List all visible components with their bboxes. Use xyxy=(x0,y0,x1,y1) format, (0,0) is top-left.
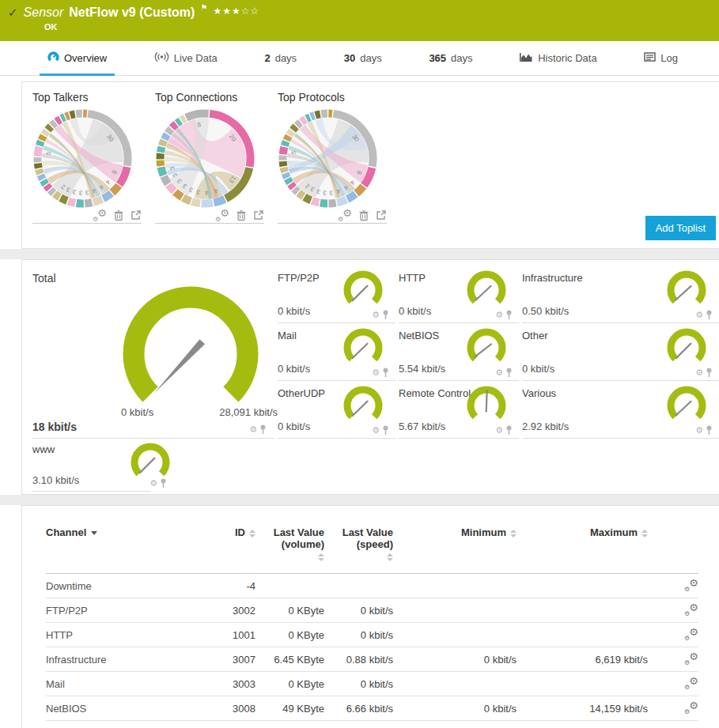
pin-icon[interactable] xyxy=(706,310,713,320)
gauge-cell-total[interactable]: Total0 kbit/s28,091 kbit/s18 kbit/s⚙ xyxy=(32,266,274,439)
gauge-settings-icon[interactable]: ⚙ xyxy=(372,426,380,435)
gauge-cell-infrastructure[interactable]: Infrastructure0.50 kbit/s⚙ xyxy=(522,266,719,323)
chord-diagram[interactable]: 8201344333333 xyxy=(155,108,255,209)
tab-days[interactable]: 30days xyxy=(336,42,390,75)
gauge-value: 5.67 kbit/s xyxy=(399,421,445,432)
column-label: Minimum xyxy=(461,526,506,538)
delete-toplist-icon[interactable] xyxy=(113,209,124,221)
gauge-settings-icon[interactable]: ⚙ xyxy=(249,425,257,434)
panel-gap xyxy=(0,249,719,259)
flag-icon[interactable]: ⚑ xyxy=(200,0,207,16)
pin-icon[interactable] xyxy=(160,478,167,488)
gauge-settings-icon[interactable]: ⚙ xyxy=(695,311,703,319)
pin-icon[interactable] xyxy=(706,368,713,378)
column-header[interactable]: Last Value(volume) xyxy=(255,526,324,574)
gauge-cell-various[interactable]: Various2.92 kbit/s⚙ xyxy=(522,381,719,439)
pin-icon[interactable] xyxy=(382,310,389,320)
channel-settings-icon[interactable]: ⚙⚙ xyxy=(684,604,698,615)
tab-number: 2 xyxy=(264,52,270,64)
table-row[interactable]: NetBIOS300849 KByte6.66 kbit/s0 kbit/s14… xyxy=(46,696,698,721)
cell: 6.66 kbit/s xyxy=(324,696,393,721)
tab-overview[interactable]: Overview xyxy=(40,42,115,75)
gauge-cell-ftp-p2p[interactable]: FTP/P2P0 kbit/s⚙ xyxy=(278,266,395,323)
sort-icon[interactable] xyxy=(249,530,255,538)
tab-historic-data[interactable]: Historic Data xyxy=(512,42,604,75)
pin-icon[interactable] xyxy=(505,368,513,378)
table-row[interactable]: Mail30030 KByte0 kbit/s⚙⚙ xyxy=(46,672,698,696)
tab-days[interactable]: 365days xyxy=(421,42,480,75)
tab-label: days xyxy=(451,52,472,64)
gauge-cell-otherudp[interactable]: OtherUDP0 kbit/s⚙ xyxy=(278,381,395,439)
toplist-top-talkers[interactable]: Top Talkers308444333325⚙⚙ xyxy=(32,91,149,224)
pin-icon[interactable] xyxy=(505,310,513,320)
sort-icon[interactable] xyxy=(318,553,324,561)
pin-icon[interactable] xyxy=(259,424,267,435)
tab-days[interactable]: 2days xyxy=(256,42,305,75)
gauge-settings-icon[interactable]: ⚙ xyxy=(495,368,503,377)
cell: 3008 xyxy=(204,696,255,721)
toplist-settings-icon[interactable]: ⚙⚙ xyxy=(338,209,352,221)
gauge-cell-www[interactable]: www3.10 kbit/s⚙ xyxy=(32,439,151,492)
sort-icon[interactable] xyxy=(510,530,517,538)
sort-icon[interactable] xyxy=(641,530,648,538)
open-toplist-icon[interactable] xyxy=(131,209,142,221)
cell: 0 kbit/s xyxy=(324,623,393,647)
tab-live-data[interactable]: Live Data xyxy=(146,42,225,75)
column-header[interactable] xyxy=(648,526,698,574)
column-header[interactable]: Maximum xyxy=(517,526,648,574)
cell xyxy=(255,574,324,598)
delete-toplist-icon[interactable] xyxy=(236,209,247,221)
gauge-label: www xyxy=(32,443,55,455)
gauge-cell-http[interactable]: HTTP0 kbit/s⚙ xyxy=(399,266,519,323)
channel-settings-icon[interactable]: ⚙⚙ xyxy=(684,628,698,639)
gauge-settings-icon[interactable]: ⚙ xyxy=(149,479,157,488)
pin-icon[interactable] xyxy=(382,368,389,378)
pin-icon[interactable] xyxy=(706,425,713,436)
column-header[interactable]: ID xyxy=(204,526,255,574)
toplist-settings-icon[interactable]: ⚙⚙ xyxy=(93,209,107,221)
gauge-settings-icon[interactable]: ⚙ xyxy=(495,311,503,319)
delete-toplist-icon[interactable] xyxy=(358,209,369,221)
tab-log[interactable]: Log xyxy=(636,42,686,75)
chord-diagram[interactable]: 308444333325 xyxy=(278,108,378,209)
gauge-cell-other[interactable]: Other0 kbit/s⚙ xyxy=(522,323,719,381)
gauge-cell-mail[interactable]: Mail0 kbit/s⚙ xyxy=(278,323,395,381)
channel-settings-icon[interactable]: ⚙⚙ xyxy=(684,702,698,713)
pin-icon[interactable] xyxy=(382,425,389,436)
toplist-settings-icon[interactable]: ⚙⚙ xyxy=(215,209,229,221)
table-row[interactable]: FTP/P2P30020 KByte0 kbit/s⚙⚙ xyxy=(46,598,698,623)
sort-desc-icon[interactable] xyxy=(91,531,97,535)
table-row[interactable]: HTTP10010 KByte0 kbit/s⚙⚙ xyxy=(46,623,698,647)
column-header[interactable]: Last Value(speed) xyxy=(324,526,393,574)
gauge-settings-icon[interactable]: ⚙ xyxy=(372,311,380,319)
gauge-settings-icon[interactable]: ⚙ xyxy=(695,368,703,377)
channel-gauge xyxy=(340,383,386,428)
gauge-settings-icon[interactable]: ⚙ xyxy=(372,368,380,377)
cell xyxy=(517,574,648,598)
gauge-cell-remote-control[interactable]: Remote Control5.67 kbit/s⚙ xyxy=(399,381,519,439)
cell: -4 xyxy=(204,574,255,598)
gauge-settings-icon[interactable]: ⚙ xyxy=(495,426,503,435)
open-toplist-icon[interactable] xyxy=(253,209,264,221)
toplist-top-connections[interactable]: Top Connections8201344333333⚙⚙ xyxy=(155,91,271,224)
broadcast-icon xyxy=(154,51,169,65)
column-header[interactable]: Minimum xyxy=(393,526,517,574)
cell: 49 KByte xyxy=(255,696,324,721)
table-row[interactable]: Infrastructure30076.45 KByte0.88 kbit/s0… xyxy=(46,647,698,672)
add-toplist-button[interactable]: Add Toplist xyxy=(645,216,716,240)
gauge-settings-icon[interactable]: ⚙ xyxy=(695,426,703,435)
pin-icon[interactable] xyxy=(505,425,513,436)
toplist-top-protocols[interactable]: Top Protocols308444333325⚙⚙ xyxy=(278,91,394,224)
channel-settings-icon[interactable]: ⚙⚙ xyxy=(684,579,698,590)
open-toplist-icon[interactable] xyxy=(376,209,387,221)
sort-icon[interactable] xyxy=(387,553,393,561)
channel-settings-icon[interactable]: ⚙⚙ xyxy=(684,653,698,664)
column-header[interactable]: Channel xyxy=(46,526,204,574)
table-row[interactable]: Downtime-4⚙⚙ xyxy=(46,574,698,598)
channel-settings-icon[interactable]: ⚙⚙ xyxy=(684,677,698,688)
cell: 3002 xyxy=(204,598,255,623)
chord-diagram[interactable]: 308444333325 xyxy=(32,108,133,209)
gauge-cell-netbios[interactable]: NetBIOS5.54 kbit/s⚙ xyxy=(399,323,519,381)
channel-gauge xyxy=(664,268,710,312)
priority-stars[interactable]: ★★★☆☆ xyxy=(213,3,259,19)
